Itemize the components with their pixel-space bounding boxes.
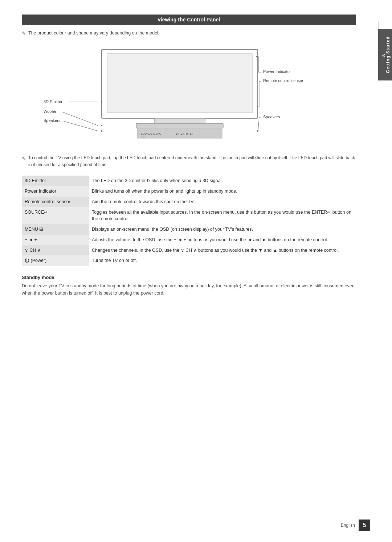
note2: ✎ To control the TV using the LED touch … [22,155,356,168]
svg-point-30 [257,130,258,132]
svg-text:Power Indicator: Power Indicator [263,69,291,74]
feature-description: Aim the remote control towards this spot… [89,197,356,207]
table-row: ⏻ (Power)Turns the TV on or off. [22,255,356,266]
section-title: Viewing the Control Panel [22,15,356,25]
table-row: MENU ⊞Displays an on-screen menu, the OS… [22,224,356,235]
svg-point-11 [101,101,102,103]
note2-icon: ✎ [22,155,26,163]
feature-label: SOURCE↵ [22,207,89,225]
standby-section: Standby mode Do not leave your TV in sta… [22,275,370,297]
footer-language: English [341,523,355,528]
svg-point-14 [101,125,102,126]
feature-description: Adjusts the volume. In the OSD, use the … [89,235,356,245]
table-row: ∨ CH ∧Changes the channels. In the OSD, … [22,245,356,256]
feature-description: Turns the TV on or off. [89,255,356,266]
note1: ✎ The product colour and shape may vary … [22,30,370,36]
feature-description: The LED on the 3D emitter blinks only wh… [89,176,356,186]
features-table: 3D EmitterThe LED on the 3D emitter blin… [22,176,356,266]
svg-text:Remote control sensor: Remote control sensor [263,78,303,83]
feature-label: Power Indicator [22,186,89,197]
svg-text:SOURCE  MENU: SOURCE MENU [141,132,161,135]
note1-text: The product colour and shape may vary de… [28,30,159,36]
table-row: Power IndicatorBlinks and turns off when… [22,186,356,197]
feature-label: MENU ⊞ [22,224,89,235]
side-tab-white [378,22,392,30]
svg-line-16 [64,121,98,131]
tv-diagram-svg: SAMSUNG SOURCE MENU ⎙ ⊞ − ◄+ ∨CH∧ ⏻ 3D E… [22,42,356,151]
side-tab: 01 Getting Started [378,29,392,81]
table-row: 3D EmitterThe LED on the 3D emitter blin… [22,176,356,186]
feature-description: Toggles between all the available input … [89,207,356,225]
feature-label: ⏻ (Power) [22,255,89,266]
svg-text:Speakers: Speakers [44,118,61,123]
svg-rect-4 [136,123,223,128]
svg-text:3D Emitter: 3D Emitter [44,99,62,104]
page-footer: English 5 [341,520,370,531]
svg-line-13 [62,112,98,126]
svg-text:− ◄+   ∨CH∧   ⏻: − ◄+ ∨CH∧ ⏻ [172,132,193,136]
table-row: Remote control sensorAim the remote cont… [22,197,356,207]
feature-label: Remote control sensor [22,197,89,207]
note2-text: To control the TV using the LED touch pa… [28,155,356,168]
side-tab-number: 01 [381,54,385,58]
svg-point-22 [256,56,258,57]
feature-description: Blinks and turns off when the power is o… [89,186,356,197]
note-icon: ✎ [22,30,26,36]
feature-description: Displays an on-screen menu, the OSD (on … [89,224,356,235]
svg-rect-1 [107,54,252,113]
standby-text: Do not leave your TV in standby mode for… [22,282,356,297]
feature-label: 3D Emitter [22,176,89,186]
svg-text:Speakers: Speakers [263,115,280,119]
table-row: SOURCE↵Toggles between all the available… [22,207,356,225]
feature-label: ∨ CH ∧ [22,245,89,256]
feature-description: Changes the channels. In the OSD, use th… [89,245,356,256]
svg-line-29 [258,117,259,131]
side-tab-text: Getting Started [385,36,391,73]
feature-label: − ◄ + [22,235,89,245]
svg-point-26 [257,106,258,107]
svg-text:⎙        ⊞: ⎙ ⊞ [141,135,144,138]
page-container: 01 Getting Started Viewing the Control P… [0,0,392,542]
standby-title: Standby mode [22,275,370,280]
table-row: − ◄ +Adjusts the volume. In the OSD, use… [22,235,356,245]
tv-diagram: SAMSUNG SOURCE MENU ⎙ ⊞ − ◄+ ∨CH∧ ⏻ 3D E… [22,42,356,147]
footer-page-number: 5 [359,520,370,531]
svg-text:Woofer: Woofer [44,109,57,114]
svg-point-17 [101,130,102,132]
